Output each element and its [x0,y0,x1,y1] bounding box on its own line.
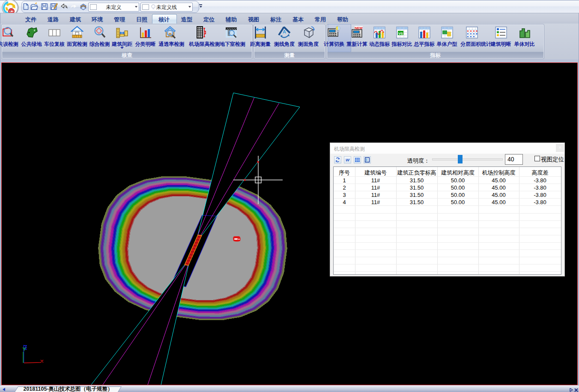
svg-text:NEW: NEW [355,26,363,30]
svg-text:VS: VS [398,32,403,36]
svg-text:A: A [283,29,286,34]
svg-text:W: W [346,157,350,162]
